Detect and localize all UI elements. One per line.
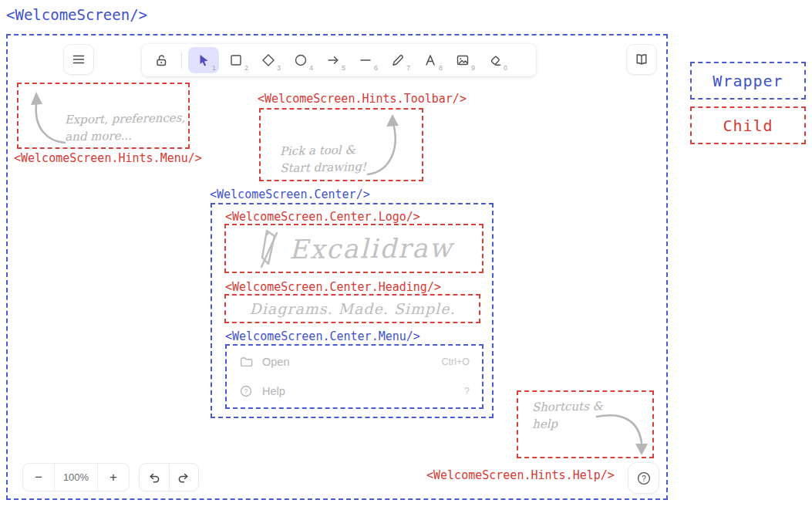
tool-shortcut-number: 1 bbox=[212, 64, 216, 72]
folder-icon bbox=[239, 355, 253, 369]
svg-text:?: ? bbox=[642, 473, 646, 482]
rectangle-tool-button[interactable]: 2 bbox=[221, 47, 251, 73]
lock-tool-button[interactable] bbox=[147, 47, 175, 73]
tool-shortcut-number: 4 bbox=[309, 64, 313, 72]
zoom-level[interactable]: 100% bbox=[54, 464, 98, 491]
hints-help-label: <WelcomeScreen.Hints.Help/> bbox=[426, 468, 615, 482]
diamond-icon bbox=[261, 52, 276, 68]
help-button[interactable]: ? bbox=[628, 462, 659, 494]
hints-menu-outline: Export, preferences, and more... bbox=[17, 83, 190, 149]
redo-icon bbox=[177, 471, 190, 485]
tool-shortcut-number: 8 bbox=[439, 64, 443, 72]
eraser-tool-button[interactable]: 0 bbox=[480, 47, 510, 73]
open-menu-item[interactable]: Open Ctrl+O bbox=[231, 352, 477, 372]
eraser-icon bbox=[487, 52, 503, 68]
text-icon bbox=[423, 52, 438, 68]
ellipse-tool-button[interactable]: 4 bbox=[285, 47, 316, 73]
plus-icon: + bbox=[110, 470, 117, 485]
undo-icon bbox=[147, 471, 161, 485]
arrow-tool-button[interactable]: 5 bbox=[318, 47, 349, 73]
help-menu-item[interactable]: ? Help ? bbox=[231, 381, 477, 401]
legend-wrapper-label: Wrapper bbox=[713, 72, 783, 90]
excalidraw-pencil-logo-icon bbox=[255, 227, 281, 270]
line-tool-button[interactable]: 6 bbox=[350, 47, 381, 73]
center-menu-outline: Open Ctrl+O ? Help ? bbox=[225, 344, 483, 409]
excalidraw-logo-text: Excalidraw bbox=[289, 232, 453, 265]
book-icon bbox=[634, 52, 649, 67]
image-tool-button[interactable]: 9 bbox=[447, 47, 478, 73]
ellipse-icon bbox=[293, 52, 308, 68]
tool-shortcut-number: 3 bbox=[277, 64, 281, 72]
menu-item-shortcut: Ctrl+O bbox=[442, 356, 470, 367]
hints-toolbar-outline: Pick a tool & Start drawing! bbox=[259, 108, 423, 181]
center-logo-label: <WelcomeScreen.Center.Logo/> bbox=[225, 210, 420, 224]
hints-help-text: Shortcuts & help bbox=[532, 397, 604, 433]
history-controls bbox=[139, 463, 199, 491]
center-menu-label: <WelcomeScreen.Center.Menu/> bbox=[225, 329, 420, 343]
main-menu-button[interactable] bbox=[63, 44, 94, 75]
tool-shortcut-number: 9 bbox=[471, 64, 475, 72]
tool-shortcut-number: 2 bbox=[244, 64, 248, 72]
zoom-in-button[interactable]: + bbox=[98, 464, 129, 491]
center-heading-label: <WelcomeScreen.Center.Heading/> bbox=[225, 280, 441, 294]
center-heading-outline: Diagrams. Made. Simple. bbox=[224, 294, 480, 323]
tool-shortcut-number: 6 bbox=[374, 64, 378, 72]
center-label: <WelcomeScreen.Center/> bbox=[210, 187, 370, 201]
toolbar-divider bbox=[181, 52, 182, 69]
tool-shortcut-number: 5 bbox=[342, 64, 345, 72]
diamond-tool-button[interactable]: 3 bbox=[253, 47, 284, 73]
library-button[interactable] bbox=[626, 44, 657, 75]
text-tool-button[interactable]: 8 bbox=[415, 47, 446, 73]
tool-shortcut-number: 0 bbox=[504, 64, 507, 72]
undo-button[interactable] bbox=[140, 464, 169, 491]
hamburger-icon bbox=[72, 52, 86, 66]
curved-arrow-up-icon bbox=[362, 111, 408, 179]
menu-item-label: Open bbox=[262, 356, 433, 368]
center-logo-outline: Excalidraw bbox=[224, 224, 483, 273]
selection-cursor-icon bbox=[196, 52, 211, 68]
question-icon: ? bbox=[636, 471, 652, 486]
redo-button[interactable] bbox=[169, 464, 199, 491]
hints-help-outline: Shortcuts & help bbox=[517, 390, 654, 458]
image-icon bbox=[455, 52, 470, 68]
minus-icon: − bbox=[35, 470, 42, 485]
pencil-icon bbox=[390, 52, 406, 68]
hints-menu-text: Export, preferences, and more... bbox=[65, 110, 186, 146]
toolbar-island: 1 2 3 4 5 bbox=[142, 44, 536, 76]
rectangle-icon bbox=[228, 52, 244, 68]
hints-menu-label: <WelcomeScreen.Hints.Menu/> bbox=[14, 151, 202, 165]
line-icon bbox=[358, 52, 373, 68]
help-circle-icon: ? bbox=[239, 384, 253, 398]
curved-arrow-down-icon bbox=[595, 409, 648, 458]
menu-item-label: Help bbox=[262, 385, 455, 397]
legend-wrapper-box: Wrapper bbox=[690, 62, 806, 100]
page-title: <WelcomeScreen/> bbox=[6, 6, 147, 23]
center-heading-text: Diagrams. Made. Simple. bbox=[250, 300, 456, 317]
welcome-screen-annotated: <WelcomeScreen/> 1 bbox=[0, 0, 812, 510]
zoom-controls: − 100% + bbox=[22, 463, 130, 491]
selection-tool-button[interactable]: 1 bbox=[188, 47, 219, 73]
tool-shortcut-number: 7 bbox=[406, 64, 410, 72]
hints-toolbar-label: <WelcomeScreen.Hints.Toolbar/> bbox=[258, 92, 467, 106]
legend-child-box: Child bbox=[690, 106, 806, 144]
legend-child-label: Child bbox=[723, 117, 773, 135]
svg-text:?: ? bbox=[244, 387, 248, 395]
menu-item-shortcut: ? bbox=[464, 386, 470, 397]
hints-toolbar-text: Pick a tool & Start drawing! bbox=[280, 141, 367, 177]
lock-icon bbox=[153, 52, 169, 68]
arrow-icon bbox=[325, 52, 341, 68]
zoom-out-button[interactable]: − bbox=[23, 464, 54, 491]
draw-tool-button[interactable]: 7 bbox=[382, 47, 413, 73]
